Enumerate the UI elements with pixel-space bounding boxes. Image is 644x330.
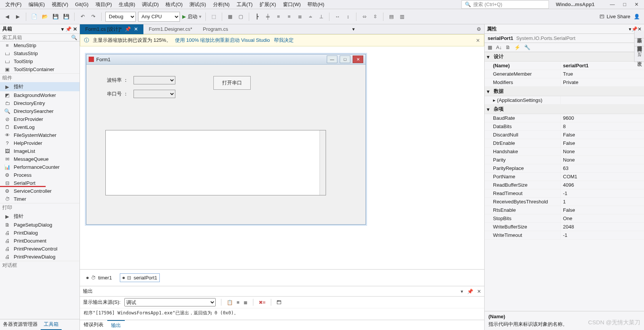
undo-icon[interactable]: ↶ (78, 13, 87, 21)
prop-category[interactable]: ▾杂项 (485, 105, 644, 114)
tool-icon[interactable]: ≣ (243, 300, 248, 305)
prop-category[interactable]: ▾设计 (485, 52, 644, 62)
pin-icon[interactable]: 📌 (65, 26, 72, 32)
prop-value[interactable]: False (561, 206, 644, 214)
nav-fwd-icon[interactable]: ▶ (14, 13, 22, 21)
menu-analyze[interactable]: 分析(N) (213, 1, 230, 8)
toolbox-item[interactable]: 🗀DirectoryEntry (0, 99, 80, 107)
prop-value[interactable]: 8 (561, 122, 644, 130)
tab-dropdown-icon[interactable]: ▾ (351, 25, 356, 33)
size-icon[interactable]: ⬄ (360, 13, 369, 21)
save-all-icon[interactable]: 💾 (62, 13, 70, 21)
start-button[interactable]: ▶启动▾ (182, 13, 202, 20)
menu-project[interactable]: 项目(P) (95, 1, 112, 8)
props-object[interactable]: serialPort1 (488, 35, 513, 41)
prop-category[interactable]: ▾数据 (485, 87, 644, 96)
prop-row[interactable]: (Name)serialPort1 (485, 62, 644, 70)
prop-value[interactable]: 2048 (561, 223, 644, 231)
toolbox-item[interactable]: 🖨PrintPreviewControl (0, 245, 80, 253)
tray-serialport1[interactable]: ⊟serialPort1 (120, 273, 160, 282)
menu-format[interactable]: 格式(O) (165, 1, 183, 8)
save-icon[interactable]: 💾 (51, 13, 60, 21)
align-icon[interactable]: ┣ (253, 13, 261, 21)
designer-surface[interactable]: Form1 — □ ✕ 波特率 ： 串口号 ： 打开串口 (80, 46, 484, 269)
rdock-git[interactable]: Git 更改 (634, 46, 644, 62)
new-file-icon[interactable]: 📄 (30, 13, 38, 21)
gear-icon[interactable]: ⚙ (474, 25, 484, 33)
size-icon[interactable]: ⇳ (371, 13, 379, 21)
menu-debug[interactable]: 调试(D) (142, 1, 159, 8)
align-icon[interactable]: ╪ (264, 13, 272, 21)
close-icon[interactable]: ✕ (476, 38, 480, 43)
toolbox-item[interactable]: 🖼ImageList (0, 147, 80, 155)
pin-icon[interactable]: 📌 (125, 26, 131, 32)
order-icon[interactable]: ▥ (398, 13, 406, 21)
user-icon[interactable]: 👤 (633, 13, 641, 21)
spacing-icon[interactable]: ↔ (333, 13, 342, 21)
sort-icon[interactable]: A↓ (496, 44, 502, 50)
align-icon[interactable]: ≡ (274, 13, 283, 21)
dropdown-icon[interactable]: ▾ (61, 26, 64, 32)
prop-value[interactable]: -1 (561, 189, 644, 197)
prop-row[interactable]: ReadBufferSize4096 (485, 181, 644, 189)
tool-icon[interactable]: ▢ (237, 13, 245, 21)
toolbox-item[interactable]: 🖨PrintDocument (0, 237, 80, 245)
prop-row[interactable]: DtrEnableFalse (485, 139, 644, 148)
toolbox-group[interactable]: 组件 (0, 73, 80, 82)
menu-help[interactable]: 帮助(H) (307, 1, 324, 8)
output-textbox[interactable] (105, 130, 326, 195)
minimize-icon[interactable]: — (327, 56, 337, 63)
close-icon[interactable]: ✕ (634, 2, 639, 7)
prop-value[interactable]: -1 (561, 231, 644, 239)
prop-value[interactable]: True (561, 70, 644, 78)
tool-icon[interactable]: 🗔 (277, 300, 281, 305)
toolbox-item[interactable]: ⚙Process (0, 171, 80, 179)
toolbox-item[interactable]: 🔍DirectorySearcher (0, 107, 80, 115)
close-icon[interactable]: ✕ (353, 56, 363, 63)
toolbox-item[interactable]: 🗒EventLog (0, 123, 80, 131)
prop-row[interactable]: DiscardNullFalse (485, 131, 644, 139)
prop-row[interactable]: GenerateMemberTrue (485, 70, 644, 78)
prop-row[interactable]: PortNameCOM1 (485, 173, 644, 181)
menu-edit[interactable]: 编辑(E) (29, 1, 45, 8)
open-icon[interactable]: 📂 (41, 13, 49, 21)
prop-row[interactable]: ReceivedBytesThreshold1 (485, 198, 644, 206)
toolbox-item[interactable]: 👁FileSystemWatcher (0, 131, 80, 139)
prop-row[interactable]: BaudRate9600 (485, 114, 644, 122)
scrollbar[interactable] (320, 130, 326, 195)
prop-row[interactable]: RtsEnableFalse (485, 206, 644, 214)
tab-form1-design[interactable]: Form1.cs [设计]*📌✕ (80, 24, 143, 34)
config-select[interactable]: Debug (105, 12, 136, 22)
bottom-tab-server[interactable]: 务器资源管理器 (0, 319, 41, 330)
toolbox-item[interactable]: ⌴StatusStrip (0, 49, 80, 57)
toolbox-group[interactable]: 对话框 (0, 261, 80, 270)
categorize-icon[interactable]: ▦ (488, 44, 492, 50)
toolbox-item[interactable]: 🖨PrintPreviewDialog (0, 253, 80, 261)
prop-row[interactable]: ParityReplace63 (485, 164, 644, 173)
close-icon[interactable]: ✕ (73, 26, 77, 32)
toolbox-item[interactable]: ⏱Timer (0, 195, 80, 203)
prop-row[interactable]: ModifiersPrivate (485, 78, 644, 87)
open-port-button[interactable]: 打开串口 (213, 76, 251, 90)
menu-tools[interactable]: 工具(T) (237, 1, 253, 8)
align-icon[interactable]: ⫨ (306, 13, 315, 21)
tool-icon[interactable]: ⬚ (210, 13, 218, 21)
tab-form1-designer[interactable]: Form1.Designer.cs* (143, 25, 197, 33)
props-icon[interactable]: 🗎 (506, 44, 510, 50)
toolbox-item[interactable]: ⊘ErrorProvider (0, 115, 80, 123)
combo-port[interactable] (134, 90, 175, 98)
toolbox-item[interactable]: ▶指针 (0, 82, 80, 91)
pin-icon[interactable]: 📌 (467, 289, 473, 294)
order-icon[interactable]: ▤ (387, 13, 396, 21)
menu-extensions[interactable]: 扩展(X) (259, 1, 276, 8)
toolbox-group[interactable]: 打印 (0, 203, 80, 212)
align-icon[interactable]: ⊥ (317, 13, 325, 21)
global-search[interactable]: 🔍搜索 (Ctrl+Q) (461, 0, 549, 9)
toolbox-item[interactable]: ?HelpProvider (0, 139, 80, 147)
prop-row[interactable]: ▸ (ApplicationSettings) (485, 96, 644, 105)
rdock-solution[interactable]: 解决方案资源管理器 (634, 38, 644, 46)
events-icon[interactable]: ⚡ (514, 44, 520, 50)
align-icon[interactable]: ≡ (285, 13, 293, 21)
combo-baud[interactable] (134, 76, 175, 84)
maximize-icon[interactable]: □ (340, 56, 350, 63)
